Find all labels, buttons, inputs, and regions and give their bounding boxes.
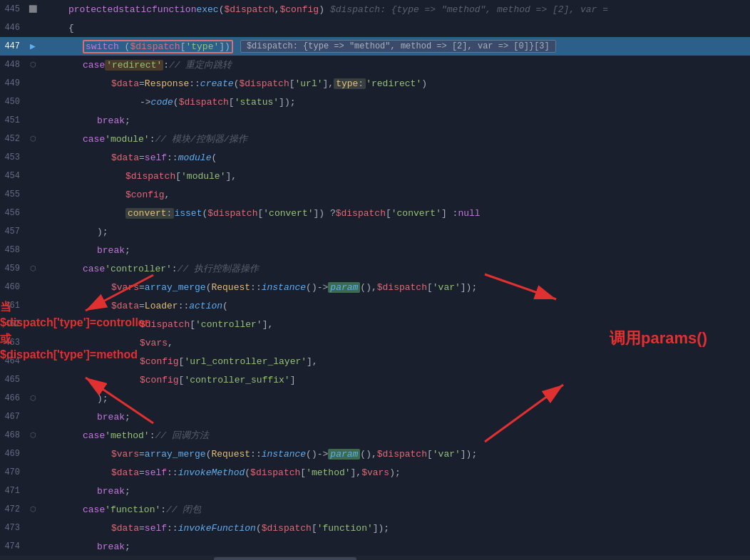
code-line-454: 454 $dispatch['module'], xyxy=(0,167,750,185)
code-line-466: 466 ⬡ ); xyxy=(0,389,750,408)
code-line-446: 446 { xyxy=(0,19,750,37)
code-line-467: 467 break; xyxy=(0,408,750,426)
code-line-447: 447 ▶ switch ($dispatch['type']) $dispat… xyxy=(0,37,750,56)
code-line-469: 469 $vars = array_merge(Request::instanc… xyxy=(0,445,750,463)
code-line-460: 460 $vars = array_merge(Request::instanc… xyxy=(0,278,750,296)
code-line-445: 445 ⬜ protected static function exec($di… xyxy=(0,0,750,19)
code-line-471: 471 break; xyxy=(0,482,750,500)
code-line-472: 472 ⬡ case 'function': // 闭包 xyxy=(0,500,750,519)
code-line-458: 458 break; xyxy=(0,241,750,259)
code-line-449: 449 $data = Response::create($dispatch['… xyxy=(0,74,750,93)
code-line-451: 451 break; xyxy=(0,111,750,130)
code-line-465: 465 $config['controller_suffix'] xyxy=(0,370,750,389)
code-line-468: 468 ⬡ case 'method': // 回调方法 xyxy=(0,426,750,445)
code-line-464: 464 $config['url_controller_layer'], xyxy=(0,352,750,370)
code-line-474: 474 break; xyxy=(0,537,750,556)
code-line-470: 470 $data = self::invokeMethod($dispatch… xyxy=(0,463,750,482)
code-line-456: 456 convert: isset($dispatch['convert'])… xyxy=(0,204,750,222)
editor-container: 445 ⬜ protected static function exec($di… xyxy=(0,0,750,560)
code-line-457: 457 ); xyxy=(0,222,750,241)
code-line-452: 452 ⬡ case 'module': // 模块/控制器/操作 xyxy=(0,130,750,148)
code-line-473: 473 $data = self::invokeFunction($dispat… xyxy=(0,519,750,537)
horizontal-scrollbar[interactable] xyxy=(0,556,750,560)
code-line-450: 450 ->code($dispatch['status']); xyxy=(0,93,750,111)
code-line-461: 461 $data = Loader::action( xyxy=(0,296,750,315)
code-area: 445 ⬜ protected static function exec($di… xyxy=(0,0,750,560)
code-line-448: 448 ⬡ case 'redirect' : // 重定向跳转 xyxy=(0,56,750,74)
code-line-455: 455 $config, xyxy=(0,185,750,204)
scrollbar-thumb[interactable] xyxy=(214,557,356,560)
code-line-459: 459 ⬡ case 'controller': // 执行控制器操作 xyxy=(0,259,750,278)
code-line-453: 453 $data = self::module( xyxy=(0,148,750,167)
code-line-462: 462 $dispatch['controller'], xyxy=(0,315,750,333)
code-line-463: 463 $vars, xyxy=(0,333,750,352)
